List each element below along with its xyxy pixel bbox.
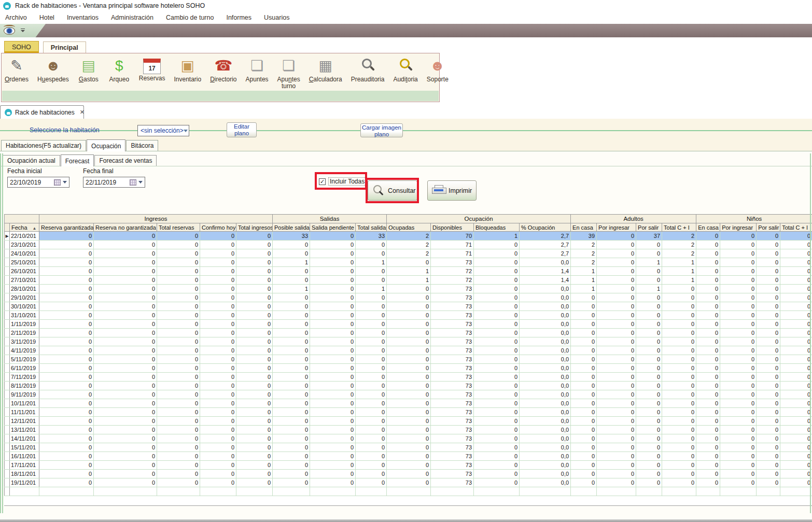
table-row[interactable]: 23/10/2010000000027102,720020000 bbox=[5, 241, 812, 249]
cell[interactable]: 0 bbox=[273, 426, 310, 434]
cell[interactable]: 0 bbox=[356, 452, 387, 461]
cell[interactable]: 0 bbox=[200, 426, 236, 434]
cell[interactable]: 0 bbox=[757, 337, 780, 346]
cell[interactable]: 0 bbox=[236, 382, 273, 390]
cell[interactable]: 71 bbox=[431, 249, 474, 258]
cell[interactable]: 0 bbox=[310, 443, 356, 452]
tab-habitaciones-f5-actualizar[interactable]: Habitaciones(F5 actualizar) bbox=[1, 140, 86, 151]
cell[interactable]: 0 bbox=[662, 408, 696, 417]
cell[interactable]: 0 bbox=[387, 461, 431, 470]
cell[interactable]: 0 bbox=[39, 249, 94, 258]
cell[interactable]: 0 bbox=[356, 276, 387, 285]
cell[interactable]: 0 bbox=[356, 408, 387, 417]
cell[interactable]: 0 bbox=[356, 293, 387, 302]
tab-bitácora[interactable]: Bitácora bbox=[126, 140, 158, 151]
cell[interactable]: 10/11/201 bbox=[10, 399, 39, 408]
cell[interactable]: 0 bbox=[757, 417, 780, 426]
table-row[interactable]: 3/11/20190000000007300,000000000 bbox=[5, 337, 812, 346]
cell[interactable]: 11/11/201 bbox=[10, 408, 39, 417]
cell[interactable]: 0 bbox=[757, 461, 780, 470]
cell[interactable]: 0 bbox=[720, 452, 757, 461]
row-selector[interactable] bbox=[5, 285, 10, 293]
cell[interactable]: 0 bbox=[636, 417, 662, 426]
cell[interactable]: 0 bbox=[157, 470, 200, 478]
row-selector[interactable] bbox=[5, 355, 10, 364]
cell[interactable]: 0,0 bbox=[520, 470, 571, 478]
cell[interactable]: 0 bbox=[273, 267, 310, 276]
row-selector[interactable] bbox=[5, 434, 10, 443]
cell[interactable]: 70 bbox=[431, 232, 474, 241]
cell[interactable]: 0 bbox=[636, 390, 662, 399]
ribbon-item-reservas[interactable]: 17Reservas bbox=[138, 55, 166, 83]
cell[interactable]: 0 bbox=[597, 320, 636, 329]
chevron-down-icon[interactable] bbox=[138, 181, 143, 184]
cell[interactable]: 0 bbox=[200, 452, 236, 461]
cell[interactable]: 73 bbox=[431, 355, 474, 364]
row-selector[interactable] bbox=[5, 390, 10, 399]
cell[interactable]: 0 bbox=[780, 426, 812, 434]
cell[interactable]: 0 bbox=[696, 241, 720, 249]
ribbon-item-ordenes[interactable]: ✎Ordenes bbox=[4, 55, 30, 84]
cell[interactable]: 0 bbox=[94, 302, 157, 311]
cell[interactable]: 0 bbox=[157, 364, 200, 373]
cell[interactable]: 0 bbox=[720, 408, 757, 417]
cell[interactable]: 0 bbox=[696, 364, 720, 373]
cell[interactable]: 0,0 bbox=[520, 320, 571, 329]
cell[interactable]: 0 bbox=[757, 320, 780, 329]
cell[interactable]: 0 bbox=[200, 241, 236, 249]
cell[interactable]: 0 bbox=[310, 276, 356, 285]
table-row[interactable]: 5/11/20190000000007300,000000000 bbox=[5, 355, 812, 364]
cell[interactable]: 0 bbox=[310, 320, 356, 329]
cell[interactable]: 1 bbox=[356, 285, 387, 293]
cell[interactable]: 0 bbox=[310, 293, 356, 302]
cell[interactable]: 2 bbox=[387, 232, 431, 241]
cell[interactable]: 0 bbox=[236, 311, 273, 320]
col-total-reservas-3[interactable]: Total reservas bbox=[157, 223, 200, 232]
col-en-casa-17[interactable]: En casa bbox=[696, 223, 720, 232]
cell[interactable]: 73 bbox=[431, 258, 474, 267]
cell[interactable]: 0 bbox=[157, 337, 200, 346]
cell[interactable]: 0 bbox=[273, 276, 310, 285]
cell[interactable]: 0 bbox=[157, 258, 200, 267]
cell[interactable]: 0 bbox=[310, 337, 356, 346]
cell[interactable]: 0 bbox=[39, 373, 94, 382]
cell[interactable]: 0 bbox=[636, 399, 662, 408]
cell[interactable]: 7/11/2019 bbox=[10, 373, 39, 382]
cell[interactable]: 0 bbox=[757, 346, 780, 355]
cell[interactable]: 0 bbox=[474, 337, 520, 346]
cell[interactable]: 0 bbox=[571, 302, 597, 311]
cell[interactable]: 0 bbox=[310, 426, 356, 434]
cell[interactable]: 2 bbox=[662, 241, 696, 249]
cell[interactable]: 0,0 bbox=[520, 452, 571, 461]
cell[interactable]: 0 bbox=[474, 408, 520, 417]
cell[interactable]: 0 bbox=[236, 434, 273, 443]
row-selector[interactable] bbox=[5, 267, 10, 276]
cell[interactable]: 6/11/2019 bbox=[10, 364, 39, 373]
cell[interactable]: 1 bbox=[273, 258, 310, 267]
cell[interactable]: 0 bbox=[780, 417, 812, 426]
cell[interactable]: 0 bbox=[597, 426, 636, 434]
cell[interactable]: 0 bbox=[236, 276, 273, 285]
cell[interactable]: 0 bbox=[387, 478, 431, 487]
cell[interactable]: 0,0 bbox=[520, 478, 571, 487]
cell[interactable]: 0 bbox=[720, 337, 757, 346]
cell[interactable]: 0 bbox=[757, 373, 780, 382]
cell[interactable]: 0 bbox=[273, 329, 310, 337]
cell[interactable]: 0 bbox=[780, 399, 812, 408]
cell[interactable]: 22/10/201 bbox=[10, 232, 39, 241]
cell[interactable]: 0 bbox=[356, 337, 387, 346]
cell[interactable]: 0 bbox=[696, 452, 720, 461]
cell[interactable]: 0 bbox=[757, 293, 780, 302]
cell[interactable]: 1 bbox=[474, 232, 520, 241]
cell[interactable]: 0 bbox=[571, 399, 597, 408]
cell[interactable]: 0 bbox=[696, 382, 720, 390]
cell[interactable]: 0 bbox=[597, 417, 636, 426]
cell[interactable]: 0 bbox=[387, 426, 431, 434]
cell[interactable]: 0 bbox=[780, 364, 812, 373]
cell[interactable]: 0 bbox=[696, 249, 720, 258]
cell[interactable]: 0 bbox=[273, 399, 310, 408]
cell[interactable]: 0 bbox=[720, 276, 757, 285]
cell[interactable]: 0 bbox=[157, 267, 200, 276]
cell[interactable]: 0 bbox=[636, 408, 662, 417]
room-select-combobox[interactable]: <sin selección> bbox=[137, 125, 189, 136]
